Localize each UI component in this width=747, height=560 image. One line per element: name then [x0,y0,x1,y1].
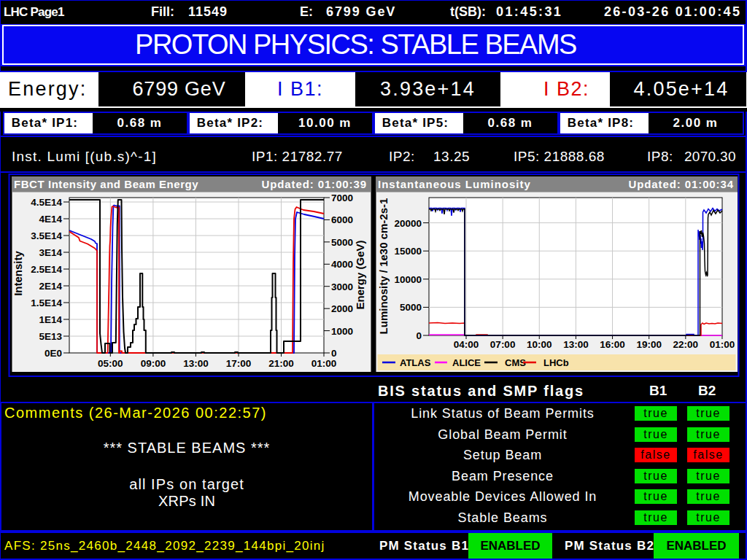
svg-text:FBCT Intensity and Beam Energy: FBCT Intensity and Beam Energy [14,178,198,190]
svg-text:1E14: 1E14 [39,314,62,325]
svg-text:6000: 6000 [331,214,353,225]
svg-text:2E14: 2E14 [39,281,62,292]
svg-text:3E14: 3E14 [39,247,62,258]
svg-text:13:00: 13:00 [183,358,209,369]
svg-text:3.5E14: 3.5E14 [31,230,62,241]
svg-text:ATLAS: ATLAS [400,357,431,368]
svg-text:1.5E14: 1.5E14 [31,298,62,308]
svg-text:16:00: 16:00 [600,339,625,350]
svg-text:0E0: 0E0 [44,348,62,359]
svg-text:15000: 15000 [394,246,422,257]
svg-text:10:00: 10:00 [527,339,552,350]
svg-text:7000: 7000 [331,192,353,203]
svg-text:Luminosity / 1e30 cm-2s-1: Luminosity / 1e30 cm-2s-1 [377,198,390,335]
svg-text:2.5E14: 2.5E14 [31,264,62,275]
svg-text:Energy (GeV): Energy (GeV) [354,240,366,309]
svg-text:21:00: 21:00 [268,358,294,369]
svg-text:19:00: 19:00 [636,339,662,350]
svg-text:2000: 2000 [331,303,353,314]
svg-text:LHCb: LHCb [543,357,569,368]
svg-text:07:00: 07:00 [490,339,516,350]
svg-text:3000: 3000 [331,281,353,292]
svg-text:0: 0 [416,330,422,341]
svg-text:Updated: 01:00:34: Updated: 01:00:34 [628,178,734,190]
svg-text:ALICE: ALICE [452,357,481,368]
svg-text:1000: 1000 [331,326,353,337]
svg-text:10000: 10000 [394,274,422,285]
svg-text:Intensity: Intensity [12,251,24,296]
svg-text:Instantaneous Luminosity: Instantaneous Luminosity [378,178,531,190]
svg-text:0: 0 [331,348,337,359]
svg-text:09:00: 09:00 [141,358,166,369]
svg-text:5000: 5000 [400,302,422,313]
svg-text:17:00: 17:00 [226,358,252,369]
svg-text:05:00: 05:00 [98,358,123,369]
svg-text:4.5E14: 4.5E14 [31,197,62,208]
svg-text:CMS: CMS [505,357,526,368]
svg-text:4000: 4000 [331,259,353,270]
svg-text:01:00: 01:00 [710,339,735,350]
svg-text:Updated: 01:00:39: Updated: 01:00:39 [261,178,367,190]
svg-text:01:00: 01:00 [311,358,337,369]
svg-text:5E13: 5E13 [39,331,62,342]
svg-text:22:00: 22:00 [673,339,699,350]
svg-text:04:00: 04:00 [454,339,479,350]
svg-text:5000: 5000 [331,237,353,248]
svg-text:13:00: 13:00 [563,339,589,350]
svg-text:4E14: 4E14 [39,214,62,225]
svg-text:20000: 20000 [394,218,422,229]
